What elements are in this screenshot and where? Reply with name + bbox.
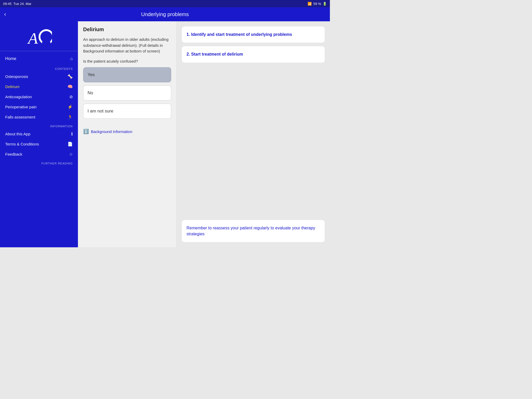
- panel-question: Is the patient acutely confused?: [83, 58, 171, 64]
- sidebar-item-osteoporosis[interactable]: Osteoporosis 🦴: [0, 71, 78, 82]
- delirium-label: Delirium: [5, 84, 19, 89]
- result-card-1[interactable]: 1. Identify and start treatment of under…: [182, 26, 325, 43]
- svg-rect-2: [42, 42, 50, 45]
- main-layout: A Home ⌂ CONTENTS Osteoporosis 🦴 Deliriu…: [0, 21, 330, 247]
- feedback-label: Feedback: [5, 152, 22, 156]
- spacer: [182, 66, 325, 214]
- contents-section-label: CONTENTS: [0, 65, 78, 71]
- logo-area: A: [0, 21, 78, 51]
- info-circle-icon: ℹ️: [83, 129, 89, 134]
- option-not-sure[interactable]: I am not sure: [83, 104, 171, 119]
- information-section-label: INFORMATION: [0, 122, 78, 129]
- status-time-date: 09:45 Tue 24. Mar: [3, 2, 31, 6]
- about-icon: ℹ: [71, 131, 73, 136]
- osteoporosis-label: Osteoporosis: [5, 74, 28, 79]
- anticoagulation-label: Anticoagulation: [5, 95, 32, 99]
- sidebar-item-perioperative-pain[interactable]: Perioperative pain ⚡: [0, 102, 78, 112]
- sidebar-item-home[interactable]: Home ⌂: [0, 54, 78, 64]
- battery-indicator: 59 %: [313, 2, 321, 6]
- perioperative-pain-label: Perioperative pain: [5, 105, 37, 109]
- content-area: Delirium An approach to delirium in olde…: [78, 21, 330, 247]
- status-bar: 09:45 Tue 24. Mar 📶 59 % 🔋: [0, 0, 330, 7]
- status-indicators: 📶 59 % 🔋: [308, 2, 327, 6]
- sidebar-item-about[interactable]: About this App ℹ: [0, 129, 78, 139]
- middle-panel: Delirium An approach to delirium in olde…: [78, 21, 177, 247]
- background-info-label: Background Information: [91, 129, 132, 134]
- sidebar-item-anticoagulation[interactable]: Anticoagulation ⊘: [0, 92, 78, 102]
- wifi-icon: 📶: [308, 2, 312, 6]
- panel-description: An approach to delirium in older adults …: [83, 37, 171, 54]
- sidebar-item-delirium[interactable]: Delirium 🧠: [0, 82, 78, 92]
- home-label: Home: [5, 56, 16, 61]
- sidebar: A Home ⌂ CONTENTS Osteoporosis 🦴 Deliriu…: [0, 21, 78, 247]
- sidebar-item-feedback[interactable]: Feedback ☆: [0, 149, 78, 159]
- back-button[interactable]: ‹: [4, 11, 6, 18]
- further-reading-label: FURTHER READING: [0, 159, 78, 166]
- option-no[interactable]: No: [83, 85, 171, 101]
- feedback-icon: ☆: [69, 152, 73, 157]
- perioperative-pain-icon: ⚡: [68, 104, 73, 109]
- home-icon: ⌂: [70, 56, 73, 61]
- app-header: ‹ Underlying problems: [0, 7, 330, 21]
- background-info-link[interactable]: ℹ️ Background Information: [83, 126, 171, 134]
- falls-assessment-icon: 🏃: [68, 115, 73, 119]
- osteoporosis-icon: 🦴: [68, 74, 73, 79]
- svg-text:A: A: [27, 29, 38, 46]
- option-yes[interactable]: Yes: [83, 67, 171, 82]
- page-title: Underlying problems: [141, 11, 189, 17]
- terms-icon: 📄: [68, 142, 73, 147]
- panel-title: Delirium: [83, 26, 171, 32]
- sidebar-item-falls-assessment[interactable]: Falls assessment 🏃: [0, 112, 78, 122]
- falls-assessment-label: Falls assessment: [5, 115, 35, 119]
- battery-icon: 🔋: [323, 2, 327, 6]
- anticoagulation-icon: ⊘: [69, 94, 73, 99]
- terms-label: Terms & Conditions: [5, 142, 39, 146]
- ao-logo: A: [26, 28, 52, 46]
- result-card-reminder[interactable]: Remember to reassess your patient regula…: [182, 220, 325, 242]
- right-panel: 1. Identify and start treatment of under…: [177, 21, 330, 247]
- delirium-icon: 🧠: [68, 84, 73, 89]
- result-card-2[interactable]: 2. Start treatment of delirium: [182, 46, 325, 62]
- sidebar-item-terms[interactable]: Terms & Conditions 📄: [0, 139, 78, 149]
- about-label: About this App: [5, 132, 30, 136]
